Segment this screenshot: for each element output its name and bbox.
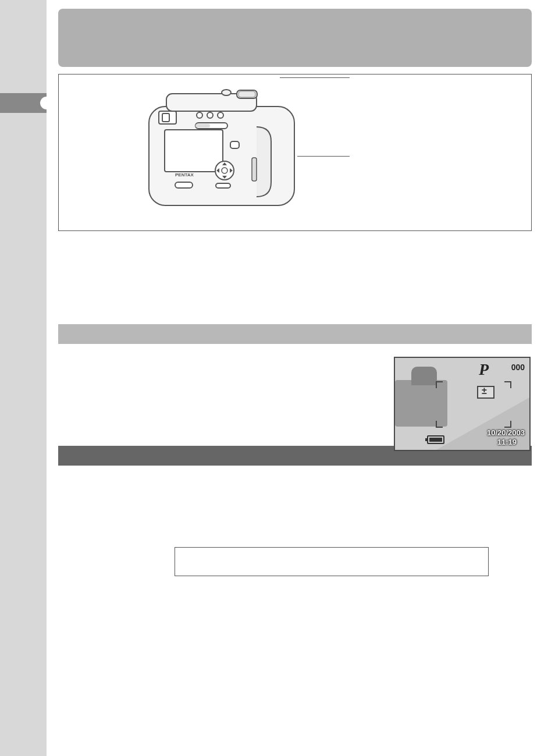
camera-back-illustration: PENTAX — [140, 83, 309, 217]
chapter-tab — [0, 93, 47, 113]
remaining-count: 000 — [511, 363, 525, 372]
svg-rect-19 — [252, 158, 257, 181]
lcd-preview: P 000 10/20/2003 11:19 — [394, 357, 531, 451]
page-content: PENTAX P 000 — [47, 0, 555, 756]
focus-frame — [436, 381, 511, 428]
svg-point-15 — [222, 168, 227, 173]
svg-rect-17 — [216, 183, 230, 188]
ev-compensation-icon — [477, 386, 494, 399]
inline-box — [175, 547, 489, 576]
svg-point-10 — [207, 112, 213, 118]
lcd-time: 11:19 — [497, 438, 517, 446]
mode-indicator: P — [479, 360, 489, 379]
focus-corner-icon — [504, 381, 511, 388]
svg-rect-16 — [175, 182, 193, 188]
battery-icon — [427, 435, 444, 444]
light-heading-strip — [58, 324, 532, 344]
focus-corner-icon — [504, 421, 511, 428]
lcd-date: 10/20/2003 — [487, 428, 525, 437]
svg-text:PENTAX: PENTAX — [175, 172, 194, 178]
svg-point-2 — [222, 90, 231, 95]
callout-line-top — [280, 77, 350, 78]
svg-point-11 — [218, 112, 223, 118]
page-title-banner — [58, 9, 532, 67]
focus-corner-icon — [436, 381, 443, 388]
svg-rect-13 — [195, 124, 210, 127]
sidebar-margin — [0, 0, 47, 756]
focus-corner-icon — [436, 421, 443, 428]
svg-rect-18 — [230, 141, 239, 148]
svg-rect-7 — [165, 130, 223, 172]
svg-point-9 — [197, 112, 202, 118]
callout-line-mid — [297, 156, 350, 157]
camera-illustration-box: PENTAX — [58, 74, 532, 231]
